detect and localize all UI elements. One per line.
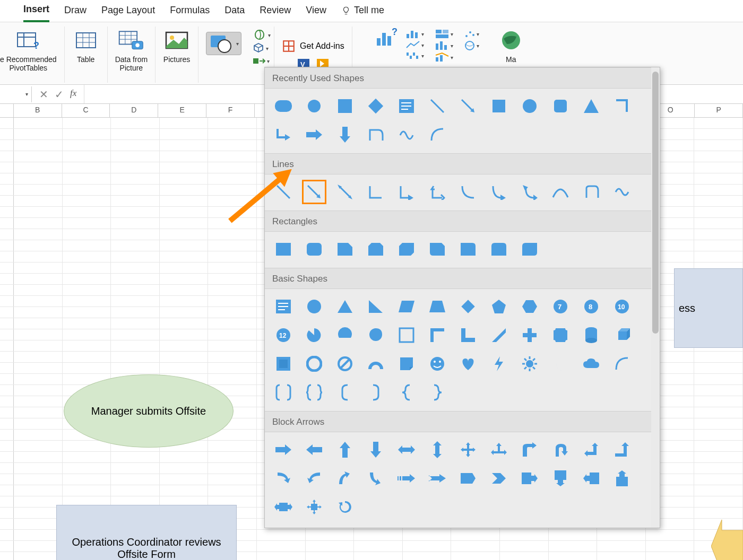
shape-snip-single-corner[interactable] [335,239,355,259]
shape-rounded-rectangle[interactable] [304,239,324,259]
shape-heptagon[interactable]: 7 [550,296,571,317]
shape-circular-arrow[interactable] [335,497,355,517]
shape-curved-connector[interactable] [458,182,478,202]
col-header[interactable]: B [14,104,62,117]
shape-chevron[interactable] [489,468,509,488]
shape-quad-arrow[interactable] [458,440,478,460]
shape-no-symbol[interactable] [335,354,355,374]
shape-curved-right-arrow[interactable] [273,468,293,488]
shape-left-up-arrow[interactable] [581,440,601,460]
tab-data[interactable]: Data [224,5,245,21]
shape-right-arrow[interactable] [304,125,324,145]
shape-up-arrow-callout[interactable] [612,468,632,488]
shape-elbow-arrow[interactable] [273,125,293,145]
shape-block-left-arrow[interactable] [304,440,324,460]
bar-chart-button[interactable]: ▾ [405,29,424,39]
shape-isoceles-triangle[interactable] [335,296,355,317]
hierarchy-chart-button[interactable]: ▾ [435,29,453,39]
shape-elbow-arrow-connector[interactable] [396,182,417,202]
shape-sun[interactable] [520,354,540,374]
shape-cloud[interactable] [581,354,601,374]
shape-l-shape[interactable] [458,325,478,345]
shape-textbox[interactable] [396,96,417,116]
shape-decagon[interactable]: 10 [612,296,632,317]
shape-left-brace[interactable] [396,382,417,402]
smartart-button[interactable]: ▾ [252,55,271,67]
col-header[interactable]: E [158,104,206,117]
shape-elbow[interactable] [612,96,632,116]
shape-heart[interactable] [458,354,478,374]
shape-line-arrow[interactable] [304,182,324,202]
shape-left-right-up-arrow[interactable] [489,440,509,460]
shape-can[interactable] [581,325,601,345]
shape-snip-diagonal[interactable] [396,239,417,259]
shape-block-arc[interactable] [366,354,386,374]
shape-freeform[interactable] [366,125,386,145]
shape-elbow-double-arrow[interactable] [427,182,447,202]
shapes-gallery-dropdown[interactable]: Recently Used Shapes Lines [264,67,660,528]
name-box[interactable]: ▾ [0,86,32,102]
shape-snip-round[interactable] [427,239,447,259]
shape-oval[interactable] [304,96,324,116]
shape-rounded-square[interactable] [550,96,571,116]
icons-button[interactable]: ▾ [252,29,271,41]
shape-curved-arrow-connector[interactable] [489,182,509,202]
shape-right-arrow-callout[interactable] [520,468,540,488]
recommended-charts-button[interactable]: ? [374,27,398,65]
shape-teardrop[interactable] [366,325,386,345]
shape-double-brace[interactable] [304,382,324,402]
shape-chord[interactable] [335,325,355,345]
tab-review[interactable]: Review [260,5,291,21]
map-chart-button[interactable]: ▾ [464,40,479,51]
shape-pentagon-arrow[interactable] [458,468,478,488]
cancel-icon[interactable]: ✕ [39,88,48,101]
win-loss-button[interactable]: ▾ [405,51,424,60]
shape-curved-left-arrow[interactable] [304,468,324,488]
shape-bevel[interactable] [273,354,293,374]
flowchart-rect-shape[interactable]: Operations Coordinator reviews Offsite F… [56,505,237,560]
shape-curve[interactable] [550,182,571,202]
shape-octagon[interactable]: 8 [581,296,601,317]
shape-right-brace[interactable] [427,382,447,402]
shape-moon[interactable] [550,354,571,374]
shape-round-diagonal[interactable] [520,239,540,259]
shape-left-arrow-callout[interactable] [581,468,601,488]
data-from-picture-button[interactable]: Data fromPicture [108,27,155,83]
shape-rectangle[interactable] [273,239,293,259]
flowchart-partial-shape[interactable]: ess [674,268,743,348]
shape-down-arrow[interactable] [335,125,355,145]
shape-block-down-arrow[interactable] [366,440,386,460]
col-header[interactable]: F [206,104,255,117]
shape-striped-right-arrow[interactable] [396,468,417,488]
tell-me[interactable]: Tell me [341,5,384,21]
shape-rect[interactable] [335,96,355,116]
3d-models-button[interactable]: ▾ [252,42,271,54]
shape-line-double-arrow[interactable] [335,182,355,202]
get-addins-button[interactable]: Get Add-ins [282,39,344,53]
shape-smiley[interactable] [427,354,447,374]
shape-parallelogram[interactable] [396,296,417,317]
shape-pie[interactable] [304,325,324,345]
shape-bent-up-arrow[interactable] [612,440,632,460]
shape-plaque[interactable] [550,325,571,345]
shape-circle[interactable] [520,96,540,116]
shape-hexagon[interactable] [520,296,540,317]
shape-folded-corner[interactable] [396,354,417,374]
shape-scribble[interactable] [396,125,417,145]
enter-icon[interactable]: ✓ [55,88,64,101]
flowchart-left-arrow-shape[interactable] [711,520,743,560]
shape-elbow-connector[interactable] [366,182,386,202]
shape-snip-same-side[interactable] [366,239,386,259]
line-chart-button[interactable]: ▾ [405,40,424,50]
shape-half-frame[interactable] [427,325,447,345]
shape-right-triangle[interactable] [366,296,386,317]
shape-curved-up-arrow[interactable] [335,468,355,488]
tab-view[interactable]: View [306,5,326,21]
shape-curved-down-arrow[interactable] [366,468,386,488]
shape-plus[interactable] [520,325,540,345]
col-header[interactable]: C [62,104,110,117]
pictures-button[interactable]: Pictures [155,27,198,83]
tab-insert[interactable]: Insert [23,4,49,22]
tab-formulas[interactable]: Formulas [170,5,210,21]
shape-frame[interactable] [396,325,417,345]
